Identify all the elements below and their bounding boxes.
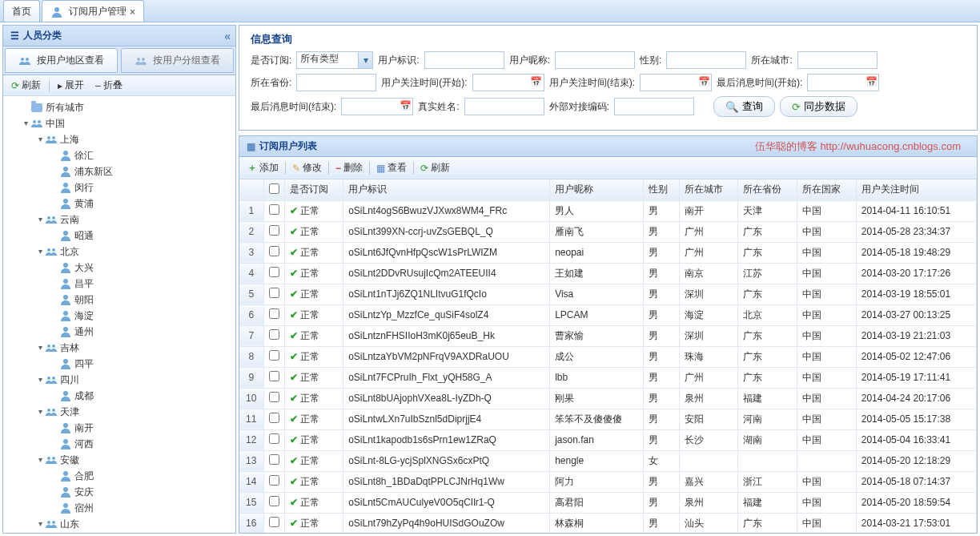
table-row[interactable]: 6✔正常oSiLntzYp_MzzfCe_quSiF4solZ4LPCAM男海淀… xyxy=(239,304,977,325)
table-row[interactable]: 15✔正常oSiLnt5CmAUCulyeV0O5qCIlr1-Q高君阳男泉州福… xyxy=(239,492,977,513)
row-checkbox[interactable] xyxy=(269,475,279,486)
tree-node[interactable]: ▾吉林 xyxy=(3,340,235,356)
subtab-by-region[interactable]: 按用户地区查看 xyxy=(5,48,118,73)
region-tree[interactable]: 所有城市▾中国▾上海徐汇浦东新区闵行黄浦▾云南昭通▾北京大兴昌平朝阳海淀通州▾吉… xyxy=(3,96,235,533)
table-row[interactable]: 14✔正常oSiLnt8h_1BDaDqtPPLCJNrHq1Ww阿力男嘉兴浙江… xyxy=(239,471,977,492)
tree-node[interactable]: 宿州 xyxy=(3,500,235,516)
expander-icon[interactable]: ▾ xyxy=(35,132,45,147)
column-header[interactable]: 所在省份 xyxy=(738,179,797,200)
tree-node[interactable]: 威海 xyxy=(3,532,235,533)
tree-node[interactable]: 南开 xyxy=(3,420,235,436)
table-row[interactable]: 9✔正常oSiLnt7FCPruIh_Flxt_yQH58G_Albb男广州广东… xyxy=(239,367,977,388)
table-row[interactable]: 2✔正常oSiLnt399XN-ccrj-uvZsGEBQL_Q雁南飞男广州广东… xyxy=(239,221,977,242)
row-checkbox[interactable] xyxy=(269,267,279,277)
tree-node[interactable]: 浦东新区 xyxy=(3,163,235,179)
tree-node[interactable]: ▾中国 xyxy=(3,115,235,131)
table-row[interactable]: 16✔正常oSiLnt79hZyPq4h9oHUISdGOuZOw林森桐男汕头广… xyxy=(239,513,977,533)
table-row[interactable]: 8✔正常oSiLntzaYbVM2pNFrqV9AXDRaUOU成公男珠海广东中… xyxy=(239,346,977,367)
tree-node[interactable]: 通州 xyxy=(3,324,235,340)
tree-node[interactable]: ▾山东 xyxy=(3,516,235,532)
tree-node[interactable]: ▾上海 xyxy=(3,131,235,147)
sync-button[interactable]: ⟳同步数据 xyxy=(780,96,858,117)
row-checkbox[interactable] xyxy=(269,204,279,215)
nickname-input[interactable] xyxy=(555,51,635,69)
collapse-icon[interactable]: « xyxy=(224,30,231,42)
table-row[interactable]: 13✔正常oSiLnt-8LG-ycjSplXNGSx6cxPtQhengle女… xyxy=(239,450,977,471)
tree-node[interactable]: ▾天津 xyxy=(3,404,235,420)
tree-node[interactable]: ▾云南 xyxy=(3,212,235,228)
subtab-by-group[interactable]: 按用户分组查看 xyxy=(121,48,234,73)
tree-node[interactable]: 河西 xyxy=(3,436,235,452)
tree-node[interactable]: 大兴 xyxy=(3,260,235,276)
refresh-button[interactable]: ⟳刷新 xyxy=(416,159,455,177)
search-button[interactable]: 🔍查询 xyxy=(713,96,775,117)
expander-icon[interactable]: ▾ xyxy=(35,341,45,355)
userid-input[interactable] xyxy=(424,51,504,69)
expander-icon[interactable]: ▾ xyxy=(21,116,30,131)
view-button[interactable]: ▦查看 xyxy=(372,159,412,177)
row-checkbox[interactable] xyxy=(269,454,279,465)
column-header[interactable]: 是否订阅 xyxy=(284,179,343,200)
row-checkbox[interactable] xyxy=(269,246,279,256)
extcode-input[interactable] xyxy=(614,98,694,115)
tree-node[interactable]: ▾安徽 xyxy=(3,452,235,468)
table-row[interactable]: 11✔正常oSiLntwLXn7uIbSznl5dDiprjjE4笨笨不及傻傻傻… xyxy=(239,409,977,429)
tree-node[interactable]: 合肥 xyxy=(3,468,235,484)
table-row[interactable]: 12✔正常oSiLnt1kapodb1s6sPrn1ew1ZRaQjason.f… xyxy=(239,429,977,450)
row-checkbox[interactable] xyxy=(269,496,279,506)
calendar-icon[interactable]: 📅 xyxy=(530,75,543,88)
row-checkbox[interactable] xyxy=(269,413,279,423)
province-input[interactable] xyxy=(296,74,376,91)
row-checkbox[interactable] xyxy=(269,225,279,236)
tab-home[interactable]: 首页 xyxy=(3,0,40,22)
column-header[interactable]: 用户关注时间 xyxy=(856,179,976,200)
column-header[interactable]: 用户标识 xyxy=(343,179,550,200)
expander-icon[interactable]: ▾ xyxy=(35,405,45,419)
tree-node[interactable]: 四平 xyxy=(3,356,235,372)
tree-node[interactable]: 所有城市 xyxy=(3,99,235,115)
data-grid[interactable]: 是否订阅用户标识用户昵称性别所在城市所在省份所在国家用户关注时间1✔正常oSiL… xyxy=(239,179,977,533)
expander-icon[interactable]: ▾ xyxy=(35,244,45,259)
table-row[interactable]: 1✔正常oSiLnt4ogS6BwuzVJXwx8WM4_FRc男人男南开天津中… xyxy=(239,200,977,221)
row-checkbox[interactable] xyxy=(269,329,279,340)
expand-button[interactable]: ▸展开 xyxy=(53,76,89,95)
refresh-button[interactable]: ⟳刷新 xyxy=(6,76,46,95)
column-header[interactable]: 所在城市 xyxy=(679,179,738,200)
row-checkbox[interactable] xyxy=(269,392,279,402)
table-row[interactable]: 4✔正常oSiLnt2DDvRUsujIcQm2ATEEUII4王如建男南京江苏… xyxy=(239,263,977,284)
tree-node[interactable]: 昭通 xyxy=(3,228,235,244)
table-row[interactable]: 5✔正常oSiLnt1nTJj6ZQ1NLItvuG1fQcIoVisa男深圳广… xyxy=(239,284,977,304)
column-header[interactable]: 所在国家 xyxy=(797,179,857,200)
expander-icon[interactable]: ▾ xyxy=(35,517,45,531)
select-all-checkbox[interactable] xyxy=(269,183,279,194)
expander-icon[interactable]: ▾ xyxy=(35,453,45,467)
subscribe-combo[interactable]: 所有类型▾ xyxy=(296,51,373,69)
tree-node[interactable]: 昌平 xyxy=(3,276,235,292)
calendar-icon[interactable]: 📅 xyxy=(865,75,878,88)
row-checkbox[interactable] xyxy=(269,517,279,527)
edit-button[interactable]: ✎修改 xyxy=(287,159,327,177)
tree-node[interactable]: 安庆 xyxy=(3,484,235,500)
table-row[interactable]: 3✔正常oSiLnt6JfQvnHfpQscW1sPrLWIZMneopai男广… xyxy=(239,242,977,263)
column-header[interactable]: 性别 xyxy=(644,179,680,200)
calendar-icon[interactable]: 📅 xyxy=(399,99,412,112)
table-row[interactable]: 10✔正常oSiLnt8bUAjophVXea8L-IyZDh-Q刚果男泉州福建… xyxy=(239,388,977,409)
row-checkbox[interactable] xyxy=(269,433,279,444)
row-checkbox[interactable] xyxy=(269,308,279,319)
delete-button[interactable]: −删除 xyxy=(331,159,368,177)
tree-node[interactable]: ▾四川 xyxy=(3,372,235,388)
calendar-icon[interactable]: 📅 xyxy=(697,75,710,88)
close-icon[interactable]: × xyxy=(130,6,135,18)
collapse-button[interactable]: –折叠 xyxy=(90,76,127,95)
expander-icon[interactable]: ▾ xyxy=(35,212,45,227)
expander-icon[interactable]: ▾ xyxy=(35,373,45,387)
add-button[interactable]: ＋添加 xyxy=(243,159,283,177)
tree-node[interactable]: 徐汇 xyxy=(3,147,235,163)
realname-input[interactable] xyxy=(464,98,544,115)
tree-node[interactable]: 成都 xyxy=(3,388,235,404)
table-row[interactable]: 7✔正常oSiLntznFHSIIoH3mK0j65euB_Hk曹家愉男深圳广东… xyxy=(239,325,977,346)
tree-node[interactable]: 闵行 xyxy=(3,179,235,195)
tree-node[interactable]: 黄浦 xyxy=(3,195,235,212)
tree-node[interactable]: 朝阳 xyxy=(3,292,235,308)
tree-node[interactable]: ▾北京 xyxy=(3,244,235,260)
